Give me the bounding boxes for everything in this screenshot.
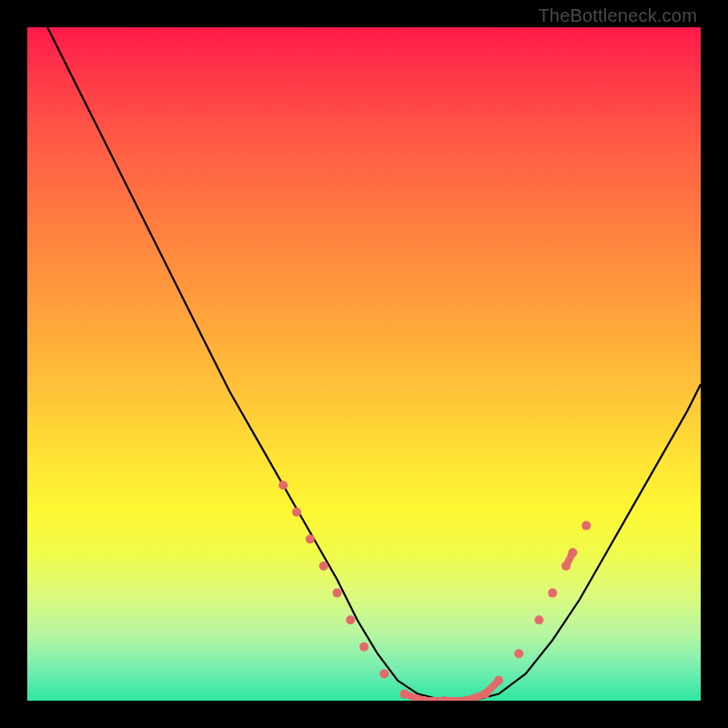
marker-dot bbox=[534, 615, 543, 624]
marker-dot bbox=[568, 548, 577, 557]
marker-dot bbox=[319, 561, 329, 571]
curve-layer bbox=[27, 27, 701, 701]
marker-dot bbox=[548, 589, 557, 598]
marker-dot bbox=[292, 508, 301, 517]
marker-dot bbox=[514, 649, 523, 658]
marker-dot bbox=[278, 480, 288, 490]
marker-dot bbox=[561, 561, 571, 571]
marker-dot bbox=[581, 521, 591, 531]
watermark-text: TheBottleneck.com bbox=[538, 5, 697, 26]
marker-dot bbox=[346, 615, 355, 624]
plot-area bbox=[27, 27, 701, 701]
marker-dot bbox=[332, 589, 341, 598]
marker-dot bbox=[399, 690, 409, 699]
marker-group bbox=[278, 480, 591, 701]
bottleneck-curve bbox=[47, 27, 701, 701]
marker-dot bbox=[359, 642, 369, 652]
chart-frame: TheBottleneck.com bbox=[0, 0, 728, 728]
marker-dot bbox=[480, 690, 490, 699]
marker-dot bbox=[440, 696, 450, 701]
marker-dot bbox=[379, 669, 389, 678]
marker-dot bbox=[306, 534, 315, 543]
marker-dot bbox=[494, 676, 503, 685]
